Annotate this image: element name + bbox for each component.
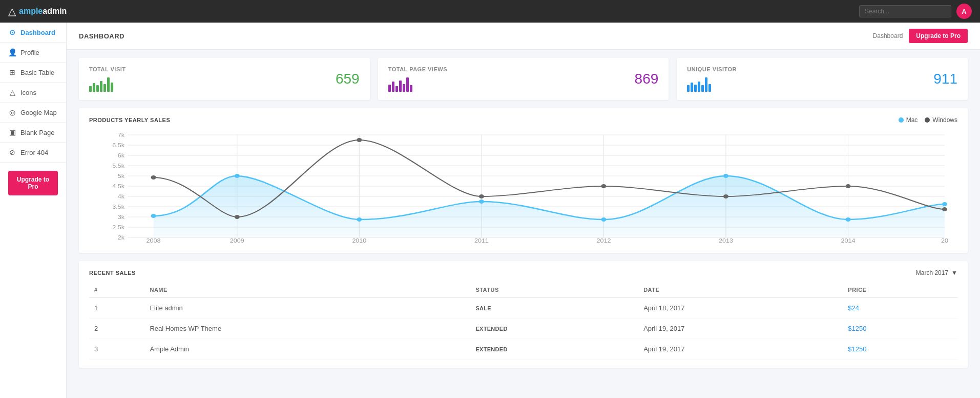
svg-point-51: [942, 207, 947, 211]
sidebar-item-error-404[interactable]: ⊘ Error 404: [0, 143, 66, 163]
stat-label: UNIQUE VISITOR: [687, 66, 737, 72]
mac-dot: [899, 117, 904, 123]
main-content: DASHBOARD Dashboard Upgrade to Pro TOTAL…: [67, 23, 980, 398]
bar: [687, 85, 690, 92]
legend-mac-label: Mac: [906, 116, 918, 124]
bar: [410, 85, 412, 92]
sidebar-item-profile[interactable]: 👤 Profile: [0, 43, 66, 63]
sidebar-item-label: Error 404: [20, 149, 48, 156]
sidebar-item-label: Icons: [20, 89, 36, 96]
svg-point-37: [235, 174, 240, 178]
svg-point-42: [846, 217, 851, 222]
svg-point-44: [151, 175, 156, 180]
svg-text:2012: 2012: [597, 238, 611, 243]
table-row: 3 Ample Admin EXTENDED April 19, 2017 $1…: [89, 339, 957, 360]
bar: [691, 83, 693, 92]
sidebar-item-dashboard[interactable]: ⊙ Dashboard: [0, 23, 66, 43]
bar: [89, 86, 92, 92]
cell-num: 1: [89, 297, 144, 319]
stat-bars-pageviews: [388, 77, 447, 92]
svg-point-50: [846, 184, 851, 188]
cell-num: 2: [89, 319, 144, 339]
svg-point-48: [601, 184, 606, 188]
recent-sales-section: RECENT SALES March 2017 ▼ # NAME STATUS …: [79, 261, 968, 368]
cell-date: April 19, 2017: [638, 319, 843, 339]
table-icon: ⊞: [8, 68, 16, 76]
recent-sales-title: RECENT SALES: [89, 270, 136, 276]
page-header: DASHBOARD Dashboard Upgrade to Pro: [67, 23, 980, 50]
svg-text:2013: 2013: [719, 238, 733, 243]
sidebar-item-label: Dashboard: [20, 29, 55, 36]
svg-text:3.5k: 3.5k: [112, 204, 124, 210]
svg-point-43: [942, 202, 947, 206]
sidebar-item-label: Blank Page: [20, 129, 55, 136]
legend-windows-label: Windows: [932, 116, 957, 124]
stat-card-page-views: TOTAL PAGE VIEWS 869: [378, 58, 669, 100]
stat-label: TOTAL PAGE VIEWS: [388, 66, 447, 72]
stat-value-visit: 659: [336, 71, 360, 87]
stat-left: UNIQUE VISITOR: [687, 66, 737, 92]
sidebar-item-label: Profile: [20, 49, 39, 56]
chart-svg: 7k 6.5k 6k 5.5k 5k 4.5k 4k 3.5k 3k 2.5k …: [89, 130, 957, 243]
cell-name: Ample Admin: [144, 339, 470, 360]
logo: △ ampleadmin: [8, 5, 67, 17]
svg-point-41: [723, 174, 728, 178]
svg-text:4k: 4k: [118, 194, 125, 200]
bar: [399, 81, 402, 92]
chart-header: PRODUCTS YEARLY SALES Mac Windows: [89, 116, 957, 124]
sidebar-item-blank-page[interactable]: ▣ Blank Page: [0, 123, 66, 143]
date-filter[interactable]: March 2017 ▼: [916, 269, 957, 276]
svg-text:2009: 2009: [230, 238, 244, 243]
stat-bars-visit: [89, 77, 126, 92]
col-price: PRICE: [843, 283, 957, 297]
svg-text:7k: 7k: [118, 132, 125, 138]
sidebar: ⊙ Dashboard 👤 Profile ⊞ Basic Table △ Ic…: [0, 23, 67, 398]
sidebar-item-google-map[interactable]: ◎ Google Map: [0, 103, 66, 123]
bar: [395, 86, 398, 92]
recent-sales-table: # NAME STATUS DATE PRICE 1 Elite admin S…: [89, 283, 957, 360]
windows-dot: [925, 117, 930, 123]
svg-point-46: [357, 138, 362, 142]
upgrade-to-pro-button[interactable]: Upgrade to Pro: [909, 29, 968, 43]
svg-point-36: [151, 214, 156, 218]
svg-text:5k: 5k: [118, 173, 125, 179]
svg-text:6.5k: 6.5k: [112, 143, 124, 148]
bar: [107, 77, 110, 92]
cell-price[interactable]: $1250: [843, 339, 957, 360]
svg-text:2008: 2008: [147, 238, 161, 243]
svg-point-40: [601, 217, 606, 222]
bar: [93, 83, 95, 92]
bar: [698, 82, 700, 92]
svg-text:6k: 6k: [118, 153, 125, 158]
stat-card-unique-visitor: UNIQUE VISITOR 911: [677, 58, 968, 100]
bar: [100, 81, 102, 92]
svg-text:20: 20: [941, 238, 948, 243]
svg-point-38: [357, 217, 362, 222]
sidebar-item-icons[interactable]: △ Icons: [0, 83, 66, 103]
bar: [694, 85, 697, 92]
svg-text:4.5k: 4.5k: [112, 184, 124, 189]
cell-price[interactable]: $24: [843, 297, 957, 319]
cell-status: EXTENDED: [470, 319, 638, 339]
bar: [388, 85, 391, 92]
cell-status: EXTENDED: [470, 339, 638, 360]
col-date: DATE: [638, 283, 843, 297]
cell-status: SALE: [470, 297, 638, 319]
bar: [96, 85, 99, 92]
stat-card-total-visit: TOTAL VISIT 659: [79, 58, 370, 100]
chevron-down-icon: ▼: [951, 269, 957, 276]
stat-left: TOTAL VISIT: [89, 66, 126, 92]
sidebar-item-basic-table[interactable]: ⊞ Basic Table: [0, 63, 66, 83]
svg-text:2014: 2014: [841, 238, 856, 243]
legend-windows: Windows: [925, 116, 957, 124]
stat-left: TOTAL PAGE VIEWS: [388, 66, 447, 92]
sidebar-upgrade-button[interactable]: Upgrade to Pro: [8, 171, 58, 195]
svg-text:2k: 2k: [118, 235, 125, 241]
search-input[interactable]: [859, 5, 951, 17]
stat-value-pageviews: 869: [635, 71, 659, 87]
profile-icon: 👤: [8, 48, 16, 56]
cell-price[interactable]: $1250: [843, 319, 957, 339]
stats-row: TOTAL VISIT 659 TOTAL PAGE VI: [67, 50, 980, 108]
cell-date: April 19, 2017: [638, 339, 843, 360]
chart-title: PRODUCTS YEARLY SALES: [89, 117, 170, 123]
